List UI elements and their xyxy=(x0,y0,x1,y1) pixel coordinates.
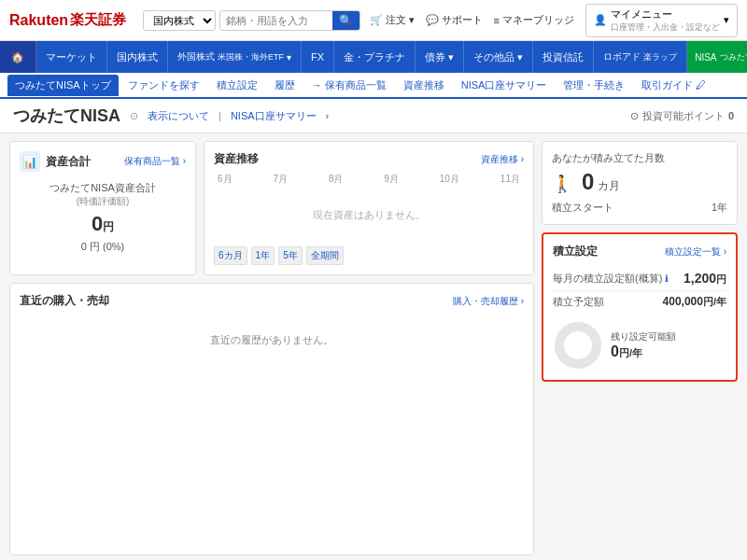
recent-card: 直近の購入・売却 購入・売却履歴 › 直近の履歴がありません。 xyxy=(9,283,534,555)
asset-card-title: 📊 資産合計 xyxy=(20,151,91,172)
asset-summary-card: 📊 資産合計 保有商品一覧 › つみたてNISA資産合計 (時価評価額) 0円 … xyxy=(9,141,196,275)
money-bridge-action[interactable]: ≡ マネーブリッジ xyxy=(494,13,574,27)
annual-savings-value: 400,000円/年 xyxy=(663,295,726,309)
support-label: サポート xyxy=(442,13,483,27)
nav-robo[interactable]: ロボアド楽ラップ xyxy=(594,41,687,73)
invest-point: ⊙ 投資可能ポイント 0 xyxy=(630,109,734,123)
start-row: 積立スタート 1年 xyxy=(552,201,727,215)
donut-chart xyxy=(553,320,603,371)
nav-market[interactable]: マーケット xyxy=(36,41,107,73)
top-actions: 🛒 注文▾ 💬 サポート ≡ マネーブリッジ 👤 マイメニュー 口座管理・入出金… xyxy=(370,4,738,37)
asset-chart-card: 資産推移 資産推移 › 6月 7月 8月 9月 10月 11月 現在資産はありま… xyxy=(204,141,534,275)
nav-domestic-stocks[interactable]: 国内株式 xyxy=(107,41,168,73)
page-title-area: つみたてNISA ⊙ 表示について | NISA口座サマリー › xyxy=(13,105,329,127)
main-nav: 🏠 マーケット 国内株式 外国株式米国株・海外ETF ▾ FX 金・プラチナ 債… xyxy=(0,41,747,73)
market-select[interactable]: 国内株式 xyxy=(143,10,216,31)
savings-bottom: 残り設定可能額 0円/年 xyxy=(553,320,726,371)
page-header: つみたてNISA ⊙ 表示について | NISA口座サマリー › ⊙ 投資可能ポ… xyxy=(0,99,747,133)
months-card: あなたが積み立てた月数 🚶 0 カ月 積立スタート 1年 xyxy=(542,141,738,225)
asset-amount: 0円 xyxy=(20,212,186,236)
order-label: 注文 xyxy=(386,13,406,27)
savings-start-label: 積立スタート xyxy=(552,201,613,215)
subnav-settings[interactable]: 積立設定 xyxy=(209,75,265,96)
info-icon[interactable]: ℹ xyxy=(665,273,669,284)
search-input[interactable] xyxy=(220,12,332,29)
chart-tab-all[interactable]: 全期間 xyxy=(306,246,344,265)
chart-tab-6m[interactable]: 6カ月 xyxy=(214,246,247,265)
annual-savings-row: 積立予定額 400,000円/年 xyxy=(553,291,726,313)
savings-title: 積立設定 xyxy=(553,244,598,259)
savings-settings-card: 積立設定 積立設定一覧 › 毎月の積立設定額(概算) ℹ 1,200円 積立予定… xyxy=(542,232,738,382)
top-row: 📊 資産合計 保有商品一覧 › つみたてNISA資産合計 (時価評価額) 0円 … xyxy=(9,141,534,275)
remaining-value: 0円/年 xyxy=(611,343,726,360)
support-icon: 💬 xyxy=(426,14,439,26)
subnav-tsumitate-top[interactable]: つみたてNISAトップ xyxy=(7,75,119,96)
nav-fund[interactable]: 投資信託 xyxy=(533,41,594,73)
chart-months: 6月 7月 8月 9月 10月 11月 xyxy=(214,173,524,186)
chart-tab-5y[interactable]: 5年 xyxy=(278,246,303,265)
nisa-summary-link[interactable]: NISA口座サマリー xyxy=(231,109,317,123)
logo-rakuten: Rakuten xyxy=(9,12,68,29)
main-content: 📊 資産合計 保有商品一覧 › つみたてNISA資産合計 (時価評価額) 0円 … xyxy=(0,133,747,560)
subnav-guide[interactable]: 取引ガイド 🖊 xyxy=(634,75,713,96)
logo-brand: 楽天証券 xyxy=(70,11,126,29)
chart-title: 資産推移 xyxy=(214,151,259,167)
subnav-holdings[interactable]: → 保有商品一覧 xyxy=(304,75,394,96)
svg-point-0 xyxy=(559,327,597,364)
asset-sub-label: つみたてNISA資産合計 xyxy=(20,181,186,195)
asset-sub-detail: (時価評価額) xyxy=(20,195,186,208)
holdings-link[interactable]: 保有商品一覧 › xyxy=(124,155,186,168)
recent-link[interactable]: 購入・売却履歴 › xyxy=(453,295,524,308)
person-icon: 👤 xyxy=(594,14,607,26)
subnav-asset-trend[interactable]: 資産推移 xyxy=(396,75,452,96)
search-button[interactable]: 🔍 xyxy=(332,11,359,30)
chart-tab-1y[interactable]: 1年 xyxy=(251,246,275,265)
months-num: 0 xyxy=(582,169,594,195)
subnav-history[interactable]: 履歴 xyxy=(267,75,303,96)
circle-icon: ⊙ xyxy=(630,110,639,122)
right-column: あなたが積み立てた月数 🚶 0 カ月 積立スタート 1年 積立設定 積立設定一覧… xyxy=(542,141,738,555)
page-title: つみたてNISA xyxy=(13,105,120,127)
invest-point-value: 0 xyxy=(728,110,734,121)
nav-gold[interactable]: 金・プラチナ xyxy=(334,41,416,73)
nav-home[interactable]: 🏠 xyxy=(0,41,36,73)
money-bridge-label: マネーブリッジ xyxy=(502,13,574,27)
subnav-manage[interactable]: 管理・手続き xyxy=(556,75,632,96)
my-menu-label: マイメニュー xyxy=(611,7,720,21)
nav-bonds[interactable]: 債券 ▾ xyxy=(416,41,464,73)
recent-header: 直近の購入・売却 購入・売却履歴 › xyxy=(20,293,524,309)
display-about-link[interactable]: 表示について xyxy=(148,109,209,123)
nav-foreign-stocks[interactable]: 外国株式米国株・海外ETF ▾ xyxy=(168,41,302,73)
bank-icon: ≡ xyxy=(494,15,500,26)
asset-icon: 📊 xyxy=(20,151,40,172)
invest-point-label: 投資可能ポイント xyxy=(642,109,725,123)
my-menu[interactable]: 👤 マイメニュー 口座管理・入出金・設定など ▾ xyxy=(585,4,738,37)
my-menu-sub: 口座管理・入出金・設定など xyxy=(611,21,720,34)
recent-title: 直近の購入・売却 xyxy=(20,293,109,309)
monthly-savings-value: 1,200円 xyxy=(684,271,726,287)
subnav-nisa-summary[interactable]: NISA口座サマリー xyxy=(454,75,555,96)
chart-link[interactable]: 資産推移 › xyxy=(481,153,524,166)
remaining-info: 残り設定可能額 0円/年 xyxy=(611,330,726,360)
chart-header: 資産推移 資産推移 › xyxy=(214,151,524,167)
asset-change: 0 円 (0%) xyxy=(20,240,186,254)
months-count: 🚶 0 カ月 xyxy=(552,169,727,195)
savings-list-link[interactable]: 積立設定一覧 › xyxy=(665,245,726,259)
asset-section-title: 資産合計 xyxy=(46,154,91,170)
nav-other[interactable]: その他品 ▾ xyxy=(464,41,533,73)
nav-nisa[interactable]: NISAつみたてNISA xyxy=(687,41,747,73)
nav-fx[interactable]: FX xyxy=(302,41,334,73)
asset-card-header: 📊 資産合計 保有商品一覧 › xyxy=(20,151,186,172)
top-bar: Rakuten 楽天証券 国内株式 🔍 🛒 注文▾ 💬 サポート ≡ マネーブリ… xyxy=(0,0,747,41)
support-action[interactable]: 💬 サポート xyxy=(426,13,483,27)
savings-header: 積立設定 積立設定一覧 › xyxy=(553,244,726,259)
search-input-wrap: 🔍 xyxy=(219,10,360,31)
recent-empty: 直近の履歴がありません。 xyxy=(20,315,524,366)
person-walk-icon: 🚶 xyxy=(552,174,572,194)
remaining-label: 残り設定可能額 xyxy=(611,330,726,343)
subnav-find-fund[interactable]: ファンドを探す xyxy=(120,75,207,96)
logo: Rakuten 楽天証券 xyxy=(9,11,126,29)
asset-inner: つみたてNISA資産合計 (時価評価額) 0円 0 円 (0%) xyxy=(20,177,186,258)
order-action[interactable]: 🛒 注文▾ xyxy=(370,13,415,27)
monthly-savings-row: 毎月の積立設定額(概算) ℹ 1,200円 xyxy=(553,267,726,291)
